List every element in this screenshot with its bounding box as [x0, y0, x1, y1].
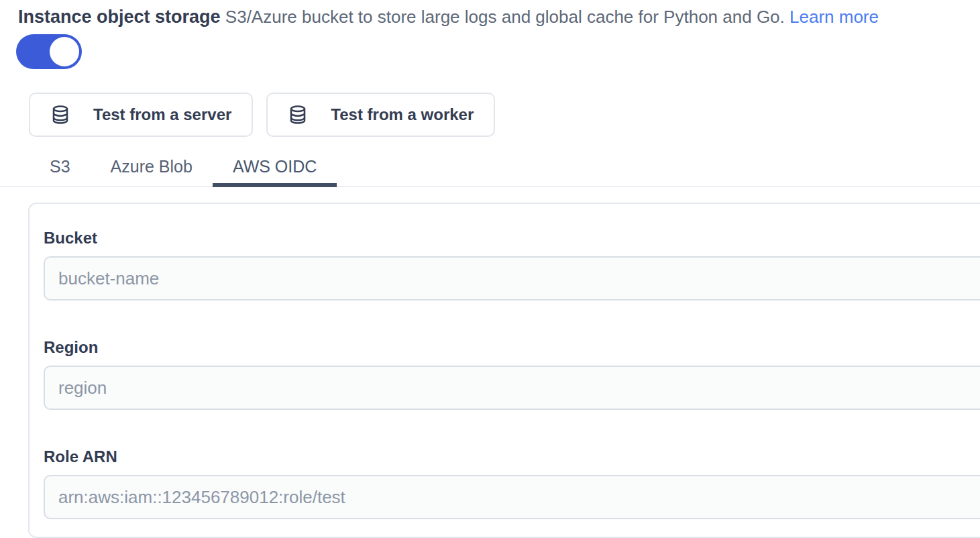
test-from-server-button[interactable]: Test from a server	[29, 93, 253, 137]
test-from-worker-button[interactable]: Test from a worker	[266, 93, 495, 137]
region-label: Region	[44, 337, 980, 358]
database-icon	[50, 103, 70, 126]
region-field-group: Region	[44, 337, 980, 410]
page-description: S3/Azure bucket to store large logs and …	[225, 7, 785, 27]
test-from-server-label: Test from a server	[93, 105, 231, 124]
bucket-input[interactable]	[44, 256, 980, 301]
toggle-knob	[50, 37, 79, 66]
learn-more-link[interactable]: Learn more	[790, 7, 879, 27]
bucket-label: Bucket	[44, 228, 980, 248]
tab-s3[interactable]: S3	[30, 149, 91, 187]
object-storage-toggle[interactable]	[16, 34, 82, 69]
region-input[interactable]	[44, 366, 980, 410]
test-buttons-row: Test from a server Test from a worker	[29, 93, 980, 137]
role-arn-input[interactable]	[44, 475, 980, 519]
section-header: Instance object storage S3/Azure bucket …	[18, 5, 980, 28]
role-arn-label: Role ARN	[44, 447, 980, 467]
storage-provider-tabs: S3 Azure Blob AWS OIDC	[0, 149, 980, 187]
aws-oidc-settings-panel: Bucket Region Role ARN	[28, 203, 980, 538]
bucket-field-group: Bucket	[44, 228, 980, 301]
role-arn-field-group: Role ARN	[44, 447, 980, 519]
tab-aws-oidc[interactable]: AWS OIDC	[213, 149, 337, 187]
page-title: Instance object storage	[18, 7, 221, 27]
tab-azure-blob[interactable]: Azure Blob	[91, 149, 213, 187]
database-icon	[288, 103, 308, 126]
test-from-worker-label: Test from a worker	[331, 105, 474, 124]
